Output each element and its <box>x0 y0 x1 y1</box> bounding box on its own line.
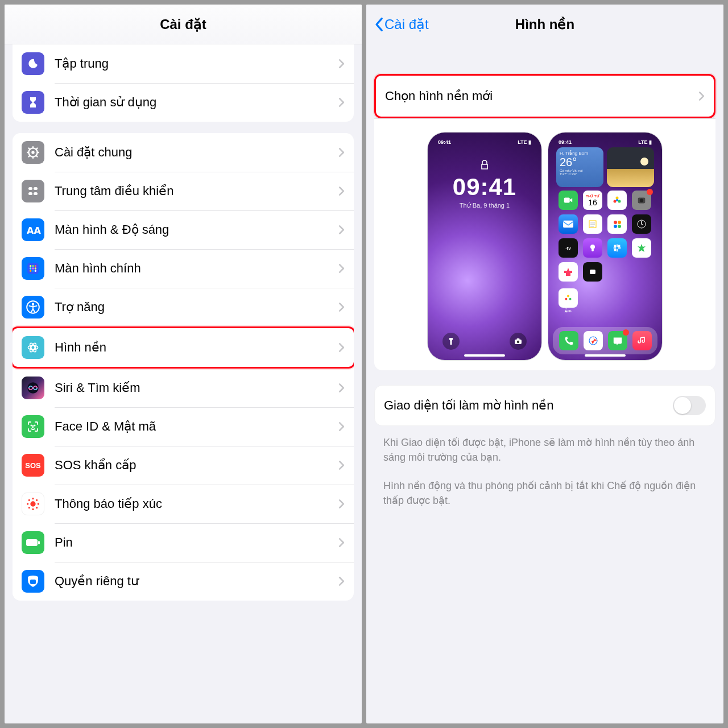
settings-row-privacy[interactable]: Quyền riêng tư <box>13 562 354 601</box>
settings-group-1: Tập trungThời gian sử dụng <box>13 44 354 122</box>
svg-rect-60 <box>590 270 595 274</box>
chevron-right-icon <box>698 91 705 101</box>
settings-label-screen-time: Thời gian sử dụng <box>55 95 338 110</box>
settings-label-faceid: Face ID & Mật mã <box>55 419 338 434</box>
lock-date: Thứ Ba, 9 tháng 1 <box>432 202 537 209</box>
svg-point-50 <box>614 221 617 224</box>
footnote-1: Khi Giao diện tối được bật, iPhone sẽ là… <box>366 426 723 465</box>
camera-icon <box>510 333 527 350</box>
chevron-right-icon <box>338 383 345 393</box>
settings-row-faceid[interactable]: Face ID & Mật mã <box>13 407 354 446</box>
privacy-icon <box>22 570 44 593</box>
chevron-right-icon <box>338 342 345 353</box>
svg-rect-36 <box>38 541 40 544</box>
back-button[interactable]: Cài đặt <box>374 16 429 32</box>
settings-group-2: Cài đặt chungTrung tâm điều khiểnAAMàn h… <box>13 133 354 601</box>
control-center-icon <box>22 180 44 202</box>
settings-row-home-screen[interactable]: Màn hình chính <box>13 249 354 288</box>
svg-point-39 <box>517 341 519 343</box>
svg-text:AA: AA <box>27 225 41 236</box>
chevron-right-icon <box>338 225 345 235</box>
svg-point-1 <box>31 151 34 154</box>
lock-time: 09:41 <box>432 173 537 201</box>
settings-header: Cài đặt <box>5 5 362 44</box>
svg-point-61 <box>567 295 569 297</box>
chevron-right-icon <box>338 97 345 107</box>
dim-wallpaper-switch[interactable] <box>673 396 706 415</box>
svg-point-33 <box>28 507 30 508</box>
settings-row-exposure[interactable]: Thông báo tiếp xúc <box>13 485 354 523</box>
home-screen-preview[interactable]: 09:41LTE ▮ H. Trảng Bom 26° Có mây Vài n… <box>548 133 662 360</box>
svg-point-25 <box>34 425 35 425</box>
chevron-right-icon <box>338 421 345 432</box>
general-icon <box>22 141 44 164</box>
svg-point-26 <box>30 501 35 506</box>
chevron-right-icon <box>338 302 345 312</box>
svg-rect-35 <box>26 539 38 546</box>
settings-label-sos: SOS khẩn cấp <box>55 458 338 473</box>
svg-point-27 <box>32 498 34 499</box>
focus-icon <box>22 52 44 75</box>
svg-point-55 <box>590 245 595 249</box>
settings-label-accessibility: Trợ năng <box>55 300 338 315</box>
lock-screen-preview[interactable]: 09:41LTE ▮ 09:41 Thứ Ba, 9 tháng 1 <box>428 133 541 360</box>
svg-point-13 <box>35 267 36 269</box>
wallpaper-preview-group: 09:41LTE ▮ 09:41 Thứ Ba, 9 tháng 1 09:41… <box>374 118 715 370</box>
settings-row-control-center[interactable]: Trung tâm điều khiển <box>13 172 354 210</box>
svg-rect-2 <box>28 187 32 190</box>
settings-row-focus[interactable]: Tập trung <box>13 44 354 83</box>
svg-point-16 <box>35 270 36 272</box>
svg-rect-48 <box>563 221 573 228</box>
accessibility-icon <box>22 296 44 318</box>
siri-icon <box>22 377 44 399</box>
settings-label-battery: Pin <box>55 535 338 550</box>
battery-icon <box>22 531 44 554</box>
svg-rect-56 <box>592 249 594 251</box>
svg-point-14 <box>30 270 31 272</box>
settings-row-sos[interactable]: SOSSOS khẩn cấp <box>13 446 354 485</box>
faceid-icon <box>22 415 44 438</box>
settings-label-wallpaper: Hình nền <box>55 340 338 355</box>
chevron-right-icon <box>338 263 345 274</box>
chevron-right-icon <box>338 59 345 69</box>
wallpaper-icon <box>22 336 44 359</box>
svg-point-53 <box>618 225 621 228</box>
svg-point-24 <box>31 425 31 425</box>
weather-widget: H. Trảng Bom 26° Có mây Vài nói T:27° C:… <box>556 147 603 187</box>
app-grid: THỨ TƯ16 ∙tv <box>556 191 654 282</box>
svg-point-63 <box>569 298 572 300</box>
svg-point-43 <box>614 200 617 203</box>
settings-row-siri[interactable]: Siri & Tìm kiếm <box>13 369 354 407</box>
dim-wallpaper-label: Giao diện tối làm mờ hình nền <box>384 398 673 413</box>
settings-row-screen-time[interactable]: Thời gian sử dụng <box>13 83 354 122</box>
svg-point-30 <box>38 503 39 504</box>
home-indicator <box>464 354 505 357</box>
wallpaper-header: Cài đặt Hình nền <box>366 5 723 44</box>
settings-row-display[interactable]: AAMàn hình & Độ sáng <box>13 210 354 249</box>
svg-rect-5 <box>34 192 38 195</box>
svg-point-11 <box>30 267 31 269</box>
svg-point-12 <box>32 267 34 269</box>
svg-point-9 <box>32 265 34 267</box>
settings-row-general[interactable]: Cài đặt chung <box>13 133 354 172</box>
svg-rect-58 <box>618 245 621 247</box>
svg-point-34 <box>36 507 38 508</box>
back-label: Cài đặt <box>384 16 429 32</box>
settings-title: Cài đặt <box>160 16 206 32</box>
settings-row-battery[interactable]: Pin <box>13 523 354 562</box>
svg-point-15 <box>32 270 34 272</box>
choose-wallpaper-row[interactable]: Chọn hình nền mới <box>376 76 714 117</box>
dim-wallpaper-toggle-row: Giao diện tối làm mờ hình nền <box>374 385 715 426</box>
home-screen-icon <box>22 257 44 280</box>
settings-row-wallpaper[interactable]: Hình nền <box>13 328 354 367</box>
lock-icon <box>432 160 537 170</box>
chevron-right-icon <box>338 499 345 509</box>
svg-point-10 <box>35 265 36 267</box>
wallpaper-title: Hình nền <box>515 16 574 32</box>
svg-point-62 <box>565 298 567 300</box>
svg-point-8 <box>30 265 31 267</box>
settings-row-accessibility[interactable]: Trợ năng <box>13 288 354 326</box>
svg-rect-3 <box>34 187 38 190</box>
svg-point-32 <box>36 499 38 501</box>
svg-rect-4 <box>28 192 32 195</box>
